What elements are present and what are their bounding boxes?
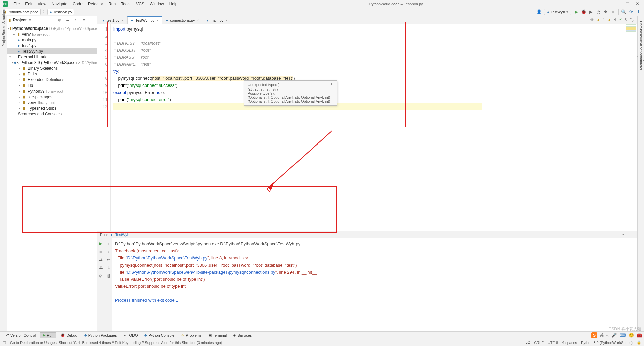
tool-vcs[interactable]: ⎇Version Control	[2, 333, 38, 337]
tree-python39[interactable]: ▸▮Python39library root	[7, 88, 97, 94]
menu-vcs[interactable]: VCS	[133, 2, 147, 6]
tree-dlls[interactable]: ▸▮DLLs	[7, 71, 97, 77]
debug-icon[interactable]: 🐞	[580, 8, 587, 16]
git-branch-icon[interactable]: ⎇	[526, 340, 530, 345]
run-config-selector[interactable]: ● TestWyh ▾	[544, 9, 571, 15]
interpreter[interactable]: Python 3.9 (PythonWorkSpace)	[581, 341, 633, 345]
ime-toolbar[interactable]: S 英 •, 🎤 ⌨ 😊 🧰	[591, 332, 642, 338]
collapse-icon[interactable]: ≑	[65, 18, 71, 22]
down-icon[interactable]: ↓	[105, 248, 112, 255]
wrap-icon[interactable]: ↩	[105, 256, 112, 263]
search-icon[interactable]: 🔍	[620, 8, 627, 16]
breadcrumb-project[interactable]: ▮ PythonWorkSpace	[2, 9, 41, 15]
lock-icon[interactable]: 🔒	[637, 340, 641, 345]
close-tab-icon[interactable]: ×	[121, 18, 123, 22]
line-separator[interactable]: CRLF	[534, 341, 544, 345]
tab-connections[interactable]: ●connections.py×	[162, 16, 202, 24]
tab-test1[interactable]: ●test1.py×	[99, 16, 127, 24]
menu-tools[interactable]: Tools	[118, 2, 133, 6]
tool-services[interactable]: ◈Services	[231, 333, 254, 337]
console-output[interactable]: D:\Python\PythonWorkSpace\venv\Scripts\p…	[112, 238, 637, 331]
encoding[interactable]: UTF-8	[548, 341, 558, 345]
tree-sdk[interactable]: ▾◆< Python 3.9 (PythonWorkSpace) >D:\Pyt…	[7, 60, 97, 65]
concurrency-icon[interactable]: ❖	[602, 8, 609, 16]
chevron-down-icon[interactable]: ▾	[29, 18, 31, 22]
tree-venv2[interactable]: ▸▮venvlibrary root	[7, 100, 97, 105]
menu-help[interactable]: Help	[167, 2, 180, 6]
tool-terminal[interactable]: ▣Terminal	[206, 333, 230, 337]
menu-code[interactable]: Code	[70, 2, 85, 6]
tab-main[interactable]: ●main.py×	[203, 16, 231, 24]
maximize-icon[interactable]: ☐	[626, 1, 630, 6]
code-editor[interactable]: 123456789101112 import pymysql # DBHOST …	[97, 24, 637, 231]
tree-binary-skeletons[interactable]: ▸▮Binary Skeletons	[7, 65, 97, 71]
menu-run[interactable]: Run	[106, 2, 118, 6]
hide-icon[interactable]: —	[89, 18, 95, 22]
layout-icon[interactable]: ⇄	[97, 256, 104, 263]
tree-root[interactable]: ▾▮PythonWorkSpaceD:\Python\PythonWorkSpa…	[7, 25, 97, 31]
close-icon[interactable]: ⊘	[97, 272, 104, 279]
tool-structure[interactable]: Structure	[1, 19, 7, 26]
tree-file-testwyh[interactable]: ●TestWyh.py	[7, 48, 97, 54]
tree-file-main[interactable]: ●main.py	[7, 37, 97, 43]
tree-venv[interactable]: ▸▮venvlibrary root	[7, 31, 97, 37]
tree-scratches[interactable]: ⊞Scratches and Consoles	[7, 111, 97, 117]
tool-problems[interactable]: ⚠Problems	[178, 333, 204, 337]
tool-project[interactable]: Project	[1, 42, 7, 49]
ide-update-icon[interactable]: ⬆	[635, 8, 642, 16]
tree-external-libs[interactable]: ▾⊞External Libraries	[7, 54, 97, 60]
hide-icon[interactable]: —	[629, 233, 635, 237]
print-icon[interactable]: 🖶	[97, 264, 104, 271]
menu-navigate[interactable]: Navigate	[49, 2, 70, 6]
close-icon[interactable]: ✕	[636, 1, 639, 6]
tool-todo[interactable]: ≡TODO	[121, 333, 140, 337]
tool-debug[interactable]: 🐞Debug	[58, 333, 80, 337]
user-icon[interactable]: 👤	[535, 8, 543, 16]
menu-view[interactable]: View	[35, 2, 49, 6]
toolbox-icon[interactable]: 🧰	[637, 333, 642, 338]
tool-icon[interactable]: ▢	[3, 340, 6, 345]
close-tab-icon[interactable]: ×	[225, 18, 227, 22]
indent[interactable]: 4 spaces	[562, 341, 577, 345]
up-icon[interactable]: ↑	[105, 240, 112, 247]
target-icon[interactable]: ⊕	[57, 18, 63, 22]
inspection-widget[interactable]: 👁 ▲1 ▲4 ✓3 ⌃⌄	[590, 17, 635, 22]
tool-notifications[interactable]: Notifications	[638, 42, 644, 49]
tree-lib[interactable]: ▸▮Lib	[7, 82, 97, 88]
profile-icon[interactable]: ◔	[595, 8, 602, 16]
status-message[interactable]: Go to Declaration or Usages: Shortcut 'C…	[10, 341, 522, 345]
gear-icon[interactable]: ✶	[620, 232, 626, 237]
tool-packages[interactable]: ◆Python Packages	[82, 333, 120, 337]
menu-file[interactable]: File	[11, 2, 22, 6]
more-icon[interactable]: ⋮	[330, 83, 333, 87]
code-content[interactable]: import pymysql # DBHOST = "localhost" # …	[111, 24, 637, 231]
tree-site-packages[interactable]: ▸▮site-packages	[7, 94, 97, 100]
tool-keypromoter[interactable]: Key Promoter X	[638, 53, 644, 60]
emoji-icon[interactable]: 😊	[629, 333, 634, 338]
tool-sciview[interactable]: SciView	[638, 30, 644, 38]
tree-extended-defs[interactable]: ▸▮Extended Definitions	[7, 77, 97, 82]
scroll-icon[interactable]: ⤓	[105, 264, 112, 271]
close-tab-icon[interactable]: ×	[156, 18, 158, 22]
stop-icon[interactable]: ■	[609, 8, 617, 16]
expand-icon[interactable]: ↕	[73, 18, 79, 22]
sync-icon[interactable]: ⟳	[627, 8, 635, 16]
tool-run[interactable]: ▶Run	[40, 332, 56, 338]
rerun-icon[interactable]: ▶	[97, 240, 104, 247]
chevron-up-down-icon[interactable]: ⌃⌄	[629, 17, 635, 22]
menu-refactor[interactable]: Refactor	[85, 2, 106, 6]
coverage-icon[interactable]: ▶	[587, 8, 595, 16]
stop-icon[interactable]: ■	[97, 248, 104, 255]
gear-icon[interactable]: ✶	[81, 18, 87, 22]
minimize-icon[interactable]: —	[615, 1, 620, 6]
traceback-link[interactable]: D:\Python\PythonWorkSpace\TestWyh.py	[127, 255, 207, 261]
close-tab-icon[interactable]: ×	[197, 18, 199, 22]
keyboard-icon[interactable]: ⌨	[620, 333, 626, 338]
trash-icon[interactable]: 🗑	[105, 272, 112, 279]
menu-edit[interactable]: Edit	[22, 2, 35, 6]
tree-typeshed[interactable]: ▸▮Typeshed Stubs	[7, 105, 97, 111]
tree-file-test1[interactable]: ●test1.py	[7, 43, 97, 48]
tool-bookmarks[interactable]: Bookmarks	[1, 30, 7, 38]
traceback-link[interactable]: D:\Python\PythonWorkSpace\venv\lib\site-…	[127, 270, 275, 275]
tool-pyconsole[interactable]: ◆Python Console	[142, 333, 177, 337]
